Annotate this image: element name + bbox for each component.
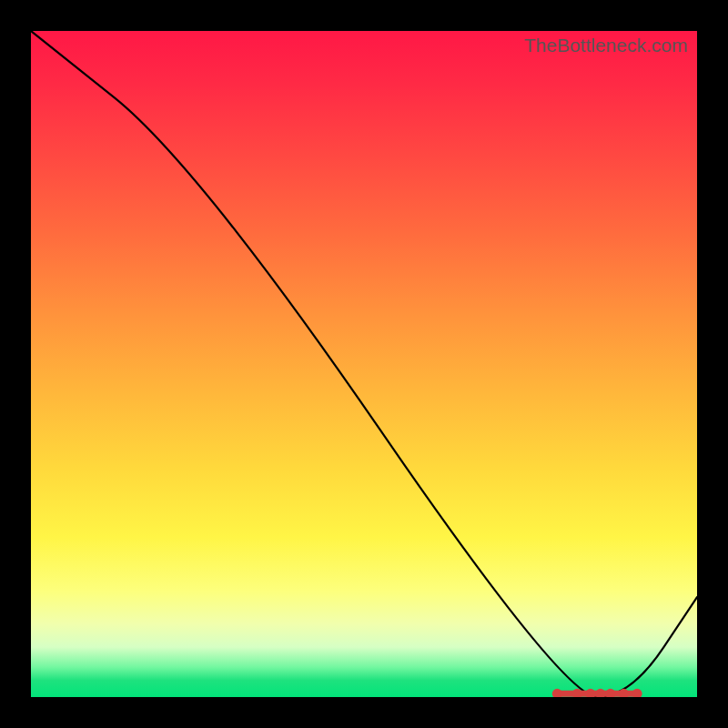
optimal-marker [585, 689, 595, 697]
optimal-marker [572, 689, 582, 697]
chart-overlay [31, 31, 697, 697]
optimal-markers [552, 689, 642, 697]
optimal-marker [605, 689, 615, 697]
bottleneck-curve [31, 31, 697, 697]
optimal-marker [595, 689, 605, 697]
optimal-marker [552, 689, 562, 697]
chart-frame: TheBottleneck.com [0, 0, 728, 728]
optimal-marker [632, 689, 642, 697]
plot-area: TheBottleneck.com [31, 31, 697, 697]
